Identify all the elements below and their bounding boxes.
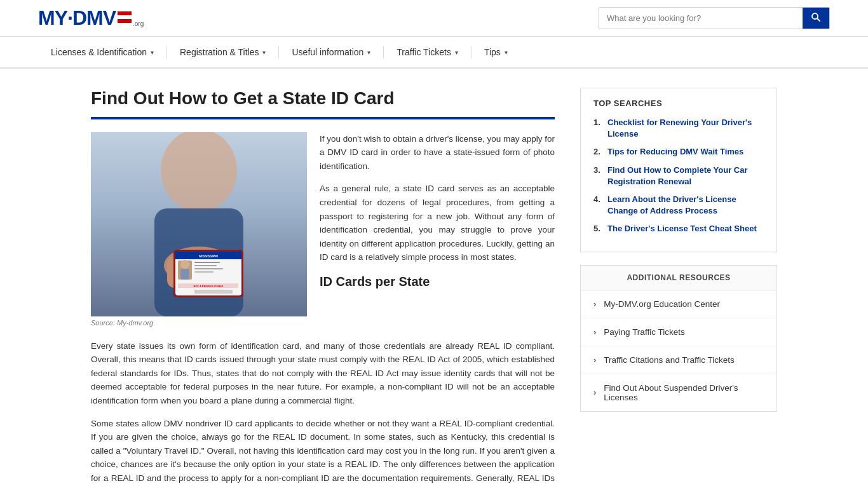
top-search-link-1[interactable]: Checklist for Renewing Your Driver's Lic… [607,117,764,140]
top-searches-title: TOP SEARCHES [593,98,764,108]
resource-label-2: Paying Traffic Tickets [604,327,684,337]
svg-rect-23 [194,290,233,294]
list-item-num: 1. [593,117,602,140]
top-search-link-3[interactable]: Find Out How to Complete Your Car Regist… [607,165,764,187]
logo-text: MY·DMV [38,6,116,30]
list-item-num: 5. [593,223,602,234]
nav-item-useful[interactable]: Useful information ▾ [279,37,383,67]
article-image: MISSISSIPPI IDENTIFICATION CARD N [91,132,307,316]
top-searches-list: 1. Checklist for Renewing Your Driver's … [593,117,764,235]
intro-paragraph-1: If you don't wish to obtain a driver's l… [320,132,555,173]
article-title: Find Out How to Get a State ID Card [91,88,555,109]
chevron-down-icon: ▾ [151,49,154,56]
svg-rect-2 [118,19,132,23]
svg-rect-18 [194,265,217,266]
svg-text:NOT A DRIVER LICENSE: NOT A DRIVER LICENSE [194,285,224,288]
resource-label-3: Traffic Citations and Traffic Tickets [604,355,734,365]
logo: MY·DMV .org [38,6,144,30]
nav-item-registration[interactable]: Registration & Titles ▾ [167,37,279,67]
search-button[interactable] [803,8,829,29]
list-item: 4. Learn About the Driver's License Chan… [593,194,764,217]
intro-paragraph-2: As a general rule, a state ID card serve… [320,182,555,264]
nav-item-licenses[interactable]: Licenses & Identification ▾ [38,37,166,67]
chevron-right-icon: › [593,355,596,365]
header: MY·DMV .org [0,0,868,37]
nav-label-registration: Registration & Titles [180,47,259,57]
svg-rect-17 [194,262,220,263]
svg-rect-20 [194,271,214,273]
main-nav: Licenses & Identification ▾ Registration… [0,37,868,69]
list-item-num: 4. [593,194,602,217]
additional-resources-box: ADDITIONAL RESOURCES › My-DMV.org Educat… [580,265,777,412]
top-search-link-2[interactable]: Tips for Reducing DMV Wait Times [607,146,743,158]
resource-item-2[interactable]: › Paying Traffic Tickets [581,318,776,346]
nav-label-traffic: Traffic Tickets [397,47,451,57]
chevron-right-icon: › [593,327,596,337]
svg-rect-0 [118,11,132,15]
list-item: 2. Tips for Reducing DMV Wait Times [593,146,764,158]
search-bar [599,7,830,29]
list-item: 3. Find Out How to Complete Your Car Reg… [593,165,764,187]
svg-rect-16 [180,269,189,280]
nav-label-licenses: Licenses & Identification [51,47,147,57]
article: Find Out How to Get a State ID Card [91,88,555,488]
svg-rect-19 [194,268,223,269]
person-illustration: MISSISSIPPI IDENTIFICATION CARD N [91,132,307,316]
svg-rect-1 [118,15,132,19]
image-caption: Source: My-dmv.org [91,319,307,327]
body-paragraph-2: Some states allow DMV nondriver ID card … [91,417,555,488]
svg-line-4 [817,18,820,21]
logo-org: .org [133,20,144,27]
resource-item-1[interactable]: › My-DMV.org Education Center [581,290,776,318]
nav-label-tips: Tips [484,47,501,57]
main-content: Find Out How to Get a State ID Card [53,69,815,488]
chevron-down-icon: ▾ [262,49,266,56]
title-underline [91,117,555,119]
additional-resources-title: ADDITIONAL RESOURCES [581,266,776,290]
chevron-down-icon: ▾ [505,49,508,56]
chevron-down-icon: ▾ [455,49,458,56]
top-searches-box: TOP SEARCHES 1. Checklist for Renewing Y… [580,88,777,252]
top-search-link-5[interactable]: The Driver's License Test Cheat Sheet [607,223,757,234]
article-top: MISSISSIPPI IDENTIFICATION CARD N [91,132,555,327]
resource-label-1: My-DMV.org Education Center [604,299,720,309]
nav-item-traffic[interactable]: Traffic Tickets ▾ [384,37,471,67]
resource-item-3[interactable]: › Traffic Citations and Traffic Tickets [581,346,776,374]
resource-label-4: Find Out About Suspended Driver's Licens… [604,383,764,402]
chevron-down-icon: ▾ [367,49,370,56]
list-item: 1. Checklist for Renewing Your Driver's … [593,117,764,140]
body-paragraph-1: Every state issues its own form of ident… [91,339,555,408]
article-body: Every state issues its own form of ident… [91,339,555,488]
svg-text:MISSISSIPPI: MISSISSIPPI [199,254,218,258]
top-search-link-4[interactable]: Learn About the Driver's License Change … [607,194,764,217]
resource-item-4[interactable]: › Find Out About Suspended Driver's Lice… [581,374,776,411]
chevron-right-icon: › [593,388,596,397]
svg-text:IDENTIFICATION CARD: IDENTIFICATION CARD [194,259,222,262]
list-item-num: 3. [593,165,602,187]
nav-label-useful: Useful information [292,47,363,57]
search-input[interactable] [599,8,803,28]
section-title: ID Cards per State [320,274,555,289]
chevron-right-icon: › [593,299,596,309]
svg-point-15 [180,260,189,269]
svg-point-5 [161,132,237,212]
article-image-container: MISSISSIPPI IDENTIFICATION CARD N [91,132,307,327]
list-item-num: 2. [593,146,602,158]
sidebar: TOP SEARCHES 1. Checklist for Renewing Y… [580,88,777,488]
nav-item-tips[interactable]: Tips ▾ [471,37,520,67]
search-icon [811,13,820,22]
article-intro: If you don't wish to obtain a driver's l… [320,132,555,327]
list-item: 5. The Driver's License Test Cheat Sheet [593,223,764,234]
logo-flag-icon [118,11,132,23]
